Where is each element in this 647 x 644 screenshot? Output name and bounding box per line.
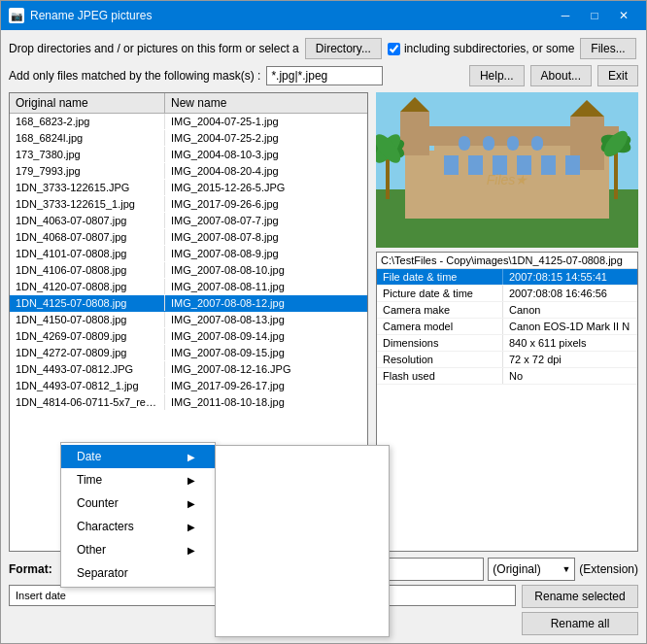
- svg-rect-17: [507, 136, 519, 151]
- close-button[interactable]: ✕: [609, 5, 638, 26]
- file-list-body[interactable]: 168_6823-2.jpgIMG_2004-07-25-1.jpg168_68…: [10, 114, 367, 551]
- format-original-label: (Original): [493, 562, 540, 576]
- file-list-panel: Original name New name 168_6823-2.jpgIMG…: [9, 92, 368, 552]
- rename-buttons: Rename selected Rename all: [522, 585, 638, 635]
- exit-button[interactable]: Exit: [597, 65, 638, 86]
- chevron-down-icon: ▼: [562, 564, 570, 574]
- main-content: Drop directories and / or pictures on th…: [1, 30, 646, 643]
- svg-rect-10: [468, 155, 483, 175]
- file-row[interactable]: 179_7993.jpgIMG_2004-08-20-4.jpg: [10, 163, 367, 180]
- including-checkbox[interactable]: [388, 43, 400, 55]
- file-row[interactable]: 1DN_4150-07-0808.jpgIMG_2007-08-08-13.jp…: [10, 312, 367, 328]
- about-button[interactable]: About...: [530, 65, 592, 86]
- format-label: Format:: [9, 562, 57, 576]
- file-new-name: IMG_2007-08-08-11.jpg: [165, 279, 367, 294]
- file-row[interactable]: 1DN_4493-07-0812_1.jpgIMG_2017-09-26-17.…: [10, 378, 367, 394]
- file-row[interactable]: 1DN_4106-07-0808.jpgIMG_2007-08-08-10.jp…: [10, 262, 367, 279]
- file-row[interactable]: 1DN_3733-122615_1.jpgIMG_2017-09-26-6.jp…: [10, 196, 367, 213]
- rename-all-button[interactable]: Rename all: [522, 612, 638, 635]
- file-row[interactable]: 1DN_4120-07-0808.jpgIMG_2007-08-08-11.jp…: [10, 279, 367, 295]
- app-icon: 📷: [9, 8, 24, 23]
- insert-date-row[interactable]: Insert date: [9, 585, 516, 606]
- info-row: Dimensions840 x 611 pixels: [377, 335, 637, 352]
- svg-rect-18: [531, 136, 543, 151]
- info-row: Picture date & time2007:08:08 16:46:56: [377, 286, 637, 302]
- file-row[interactable]: 1DN_3733-122615.JPGIMG_2015-12-26-5.JPG: [10, 180, 367, 196]
- mask-input[interactable]: [266, 66, 383, 85]
- format-arrow[interactable]: ▶: [62, 559, 82, 580]
- file-original-name: 1DN_4063-07-0807.jpg: [10, 213, 165, 228]
- info-label: Resolution: [377, 352, 503, 367]
- file-row[interactable]: 1DN_4269-07-0809.jpgIMG_2007-08-09-14.jp…: [10, 328, 367, 345]
- file-list-header: Original name New name: [10, 93, 367, 114]
- file-original-name: 1DN_4493-07-0812.JPG: [10, 361, 165, 377]
- file-original-name: 1DN_4493-07-0812_1.jpg: [10, 378, 165, 393]
- file-new-name: IMG_2017-09-26-6.jpg: [165, 196, 367, 212]
- file-new-name: IMG_2007-08-08-10.jpg: [165, 262, 367, 278]
- including-checkbox-label[interactable]: including subdirectories, or some: [388, 42, 574, 55]
- info-table: File date & time2007:08:15 14:55:41Pictu…: [377, 269, 637, 551]
- minimize-button[interactable]: ─: [551, 5, 580, 26]
- info-value: No: [503, 368, 637, 384]
- file-new-name: IMG_2004-07-25-1.jpg: [165, 114, 367, 129]
- file-original-name: 168_6823-2.jpg: [10, 114, 165, 129]
- original-name-header: Original name: [10, 93, 165, 113]
- file-row[interactable]: 1DN_4125-07-0808.jpgIMG_2007-08-08-12.jp…: [10, 295, 367, 312]
- file-original-name: 1DN_3733-122615_1.jpg: [10, 196, 165, 212]
- file-original-name: 1DN_4120-07-0808.jpg: [10, 279, 165, 294]
- rename-selected-button[interactable]: Rename selected: [522, 585, 638, 608]
- file-original-name: 1DN_4106-07-0808.jpg: [10, 262, 165, 278]
- file-row[interactable]: 168_6824l.jpgIMG_2004-07-25-2.jpg: [10, 130, 367, 147]
- file-original-name: 173_7380.jpg: [10, 147, 165, 162]
- info-value: Canon EOS-1D Mark II N: [503, 319, 637, 334]
- format-text-input[interactable]: [82, 559, 483, 580]
- file-row[interactable]: 1DN_4814-06-0711-5x7_resiz...IMG_2011-08…: [10, 394, 367, 411]
- file-row[interactable]: 1DN_4068-07-0807.jpgIMG_2007-08-07-8.jpg: [10, 229, 367, 246]
- help-button[interactable]: Help...: [469, 65, 525, 86]
- info-row: File date & time2007:08:15 14:55:41: [377, 269, 637, 286]
- directory-button[interactable]: Directory...: [305, 38, 382, 59]
- info-value: 2007:08:08 16:46:56: [503, 286, 637, 301]
- info-value: 72 x 72 dpi: [503, 352, 637, 367]
- right-panel: Files★ C:\TestFiles - Copy\images\1DN_41…: [376, 92, 638, 552]
- format-row: Format: ▶ (Original) ▼ (Extension): [9, 558, 638, 581]
- info-label: Flash used: [377, 368, 503, 384]
- file-new-name: IMG_2007-08-12-16.JPG: [165, 361, 367, 377]
- info-label: File date & time: [377, 269, 503, 285]
- info-value: 2007:08:15 14:55:41: [503, 269, 637, 285]
- file-new-name: IMG_2007-08-07-8.jpg: [165, 229, 367, 245]
- info-value: 840 x 611 pixels: [503, 335, 637, 351]
- maximize-button[interactable]: □: [580, 5, 609, 26]
- photo-preview: Files★: [376, 92, 638, 248]
- title-bar-left: 📷 Rename JPEG pictures: [9, 8, 152, 23]
- info-path: C:\TestFiles - Copy\images\1DN_4125-07-0…: [377, 253, 637, 269]
- file-new-name: IMG_2017-09-26-17.jpg: [165, 378, 367, 393]
- file-row[interactable]: 168_6823-2.jpgIMG_2004-07-25-1.jpg: [10, 114, 367, 130]
- second-row: Add only files matched by the following …: [9, 65, 638, 86]
- file-original-name: 1DN_4269-07-0809.jpg: [10, 328, 165, 344]
- file-new-name: IMG_2004-08-20-4.jpg: [165, 163, 367, 179]
- mask-row: Add only files matched by the following …: [9, 66, 383, 85]
- file-row[interactable]: 1DN_4063-07-0807.jpgIMG_2007-08-07-7.jpg: [10, 213, 367, 229]
- including-label: including subdirectories, or some: [404, 42, 574, 55]
- format-original-dropdown[interactable]: (Original) ▼: [488, 558, 575, 581]
- files-button[interactable]: Files...: [580, 38, 635, 59]
- file-row[interactable]: 1DN_4101-07-0808.jpgIMG_2007-08-08-9.jpg: [10, 246, 367, 262]
- format-input-container[interactable]: ▶: [61, 558, 484, 581]
- info-label: Camera model: [377, 319, 503, 334]
- file-original-name: 1DN_4814-06-0711-5x7_resiz...: [10, 394, 165, 410]
- file-new-name: IMG_2011-08-10-18.jpg: [165, 394, 367, 410]
- file-row[interactable]: 173_7380.jpgIMG_2004-08-10-3.jpg: [10, 147, 367, 163]
- info-label: Camera make: [377, 302, 503, 318]
- file-row[interactable]: 1DN_4493-07-0812.JPGIMG_2007-08-12-16.JP…: [10, 361, 367, 378]
- file-original-name: 1DN_4272-07-0809.jpg: [10, 345, 165, 360]
- file-original-name: 1DN_4125-07-0808.jpg: [10, 295, 165, 311]
- svg-rect-9: [444, 155, 459, 175]
- file-new-name: IMG_2007-08-07-7.jpg: [165, 213, 367, 228]
- svg-rect-5: [400, 112, 429, 155]
- new-name-header: New name: [165, 93, 367, 113]
- bottom-inner: Insert date Rename selected Rename all: [9, 585, 638, 635]
- file-new-name: IMG_2007-08-09-14.jpg: [165, 328, 367, 344]
- file-row[interactable]: 1DN_4272-07-0809.jpgIMG_2007-08-09-15.jp…: [10, 345, 367, 361]
- file-new-name: IMG_2007-08-08-12.jpg: [165, 295, 367, 311]
